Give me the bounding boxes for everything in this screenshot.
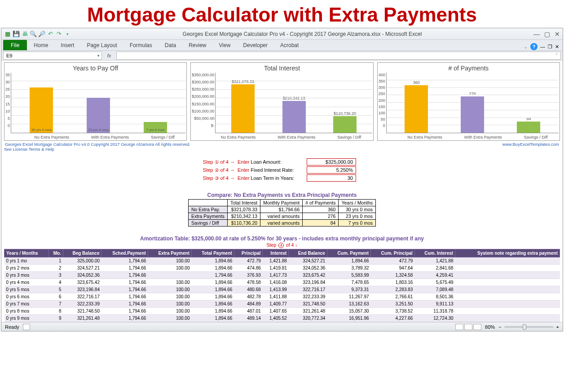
print-icon[interactable]: 🖶 — [21, 30, 28, 38]
qat-dropdown-icon[interactable]: ▾ — [64, 30, 71, 38]
compare-cell: $210,342.13 — [228, 213, 260, 220]
normal-view-button[interactable] — [455, 324, 463, 330]
license-link[interactable]: See License Terms & Help — [4, 147, 560, 152]
amort-header: Extra Payment — [148, 249, 191, 257]
compare-row-header: Extra Payments — [188, 213, 227, 220]
amort-cell: 1,894.66 — [192, 315, 234, 322]
titlebar: ▦ 💾 🖶 🔍 🔎 ↶ ↷ ▾ Georges Excel Mortgage C… — [1, 28, 563, 40]
amort-cell: 0 yrs 1 mo — [4, 257, 49, 265]
ribbon-tabs: File Home Insert Page Layout Formulas Da… — [1, 40, 563, 51]
amort-cell: 324,527.21 — [63, 265, 101, 272]
table-row: 0 yrs 6 mos6322,716.171,794.66100.001,89… — [4, 293, 560, 301]
amort-cell: 1,417.73 — [263, 272, 289, 279]
workbook-close-icon[interactable]: ✕ — [555, 44, 559, 50]
compare-cell: 23 yrs 0 mos — [339, 213, 376, 220]
amort-cell: 5,675.49 — [414, 279, 455, 286]
tab-view[interactable]: View — [213, 40, 237, 50]
amort-cell: 1,421.88 — [263, 257, 289, 265]
amort-cell: 11,318.78 — [414, 308, 455, 315]
amort-cell: 321,261.48 — [63, 315, 101, 322]
tab-insert[interactable]: Insert — [55, 40, 80, 50]
amort-cell: 0 yrs 6 mos — [4, 293, 49, 301]
amort-cell: 100.00 — [148, 286, 191, 293]
amort-cell: 2,766.61 — [371, 293, 415, 301]
amort-cell: 1,794.66 — [101, 272, 148, 279]
tab-developer[interactable]: Developer — [237, 40, 273, 50]
step-input-1[interactable]: 5.250% — [307, 166, 356, 174]
amort-cell: 478.58 — [234, 279, 262, 286]
tab-acrobat[interactable]: Acrobat — [274, 40, 304, 50]
zoom-slider[interactable] — [504, 326, 554, 328]
sheet-tab-icon[interactable] — [23, 324, 30, 330]
amort-cell: 947.64 — [371, 265, 415, 272]
amort-cell: 1,407.65 — [263, 308, 289, 315]
amort-cell: 484.89 — [234, 301, 262, 308]
website-link[interactable]: www.BuyExcelTemplates.com — [502, 142, 559, 147]
amort-cell: 1,324.58 — [371, 272, 415, 279]
amort-cell: 472.79 — [371, 257, 415, 265]
ribbon-collapse-icon[interactable]: ⌄ — [524, 44, 528, 50]
tab-file[interactable]: File — [3, 40, 27, 50]
zoom-level: 80% — [485, 324, 495, 330]
compare-cell: 84 — [303, 220, 339, 226]
amort-header: Sched.Payment — [101, 249, 148, 257]
step-input-0[interactable]: $325,000.00 — [307, 158, 356, 166]
zoom-out-button[interactable]: − — [498, 324, 501, 330]
step-input-2[interactable]: 30 — [307, 174, 356, 182]
chart-bar — [405, 85, 428, 133]
step-field-label: Enter Loan Term in Years: — [235, 175, 307, 181]
amort-cell: 472.79 — [234, 257, 262, 265]
minimize-icon[interactable]: — — [533, 30, 540, 38]
amort-cell: 9,373.31 — [327, 286, 370, 293]
tab-page-layout[interactable]: Page Layout — [81, 40, 123, 50]
workbook-restore-icon[interactable]: ❐ — [548, 44, 552, 50]
compare-cell: varied amounts — [260, 220, 303, 226]
chart-bar — [231, 84, 255, 133]
step-label: Step ③ of 4 → — [185, 175, 235, 181]
amort-cell — [455, 301, 560, 308]
compare-cell: 30 yrs 0 mos — [339, 206, 376, 213]
step-field-label: Enter Fixed Interest Rate: — [235, 167, 307, 173]
amort-cell: 100.00 — [148, 308, 191, 315]
find-replace-icon[interactable]: 🔎 — [38, 30, 45, 38]
amort-header: Years / Months — [4, 249, 49, 257]
amort-cell — [455, 279, 560, 286]
zoom-in-button[interactable]: + — [556, 324, 559, 330]
tab-formulas[interactable]: Formulas — [124, 40, 158, 50]
maximize-icon[interactable]: ▢ — [544, 30, 550, 38]
step-label: Step ① of 4 → — [185, 159, 235, 165]
amort-cell: 1,803.16 — [371, 279, 415, 286]
formula-bar[interactable] — [116, 52, 561, 60]
tab-data[interactable]: Data — [159, 40, 182, 50]
undo-icon[interactable]: ↶ — [47, 30, 54, 38]
amort-cell: 4,227.66 — [371, 315, 415, 322]
compare-table: Total InterestMonthly Payment# of Paymen… — [188, 199, 376, 226]
page-layout-view-button[interactable] — [464, 324, 472, 330]
amort-cell — [455, 265, 560, 272]
amort-header: Cum. Interest — [414, 249, 455, 257]
tab-review[interactable]: Review — [183, 40, 212, 50]
workbook-minimize-icon[interactable]: — — [540, 44, 545, 49]
find-icon[interactable]: 🔍 — [30, 30, 37, 38]
fx-label[interactable]: fx — [104, 53, 115, 58]
redo-icon[interactable]: ↷ — [55, 30, 62, 38]
amort-cell: 1,405.52 — [263, 315, 289, 322]
amort-cell: 321,261.48 — [289, 308, 327, 315]
close-icon[interactable]: ✕ — [555, 30, 560, 38]
help-icon[interactable]: ? — [530, 43, 538, 50]
amort-cell: 13,162.63 — [327, 301, 370, 308]
save-icon[interactable]: 💾 — [13, 30, 20, 38]
amort-cell: 7,089.48 — [414, 286, 455, 293]
tab-home[interactable]: Home — [28, 40, 54, 50]
amort-header: Beg Balance — [63, 249, 101, 257]
amort-cell: 5,583.99 — [327, 272, 370, 279]
amort-cell: 320,772.34 — [289, 315, 327, 322]
amort-cell: 323,675.42 — [289, 272, 327, 279]
chart-bar: 23 yrs 0 mos — [87, 98, 110, 133]
page-break-view-button[interactable] — [473, 324, 481, 330]
amort-cell: 1,894.66 — [192, 279, 234, 286]
table-row: 0 yrs 7 mos7322,233.391,794.66100.001,89… — [4, 301, 560, 308]
name-box[interactable]: E9 — [3, 52, 102, 60]
y-axis: 400350300250200150100500 — [379, 73, 386, 133]
chart-bar — [333, 116, 357, 133]
